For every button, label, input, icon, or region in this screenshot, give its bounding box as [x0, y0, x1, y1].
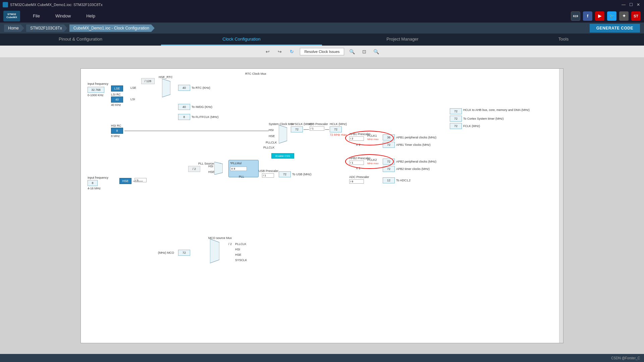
mco-value[interactable]: 72 [178, 250, 190, 256]
mco-div2-label: / 2 [228, 242, 232, 246]
hse-input-value[interactable]: 8 [88, 180, 98, 186]
clock-diagram[interactable]: RTC Clock Mux Input frequency 32.768 0-1… [80, 68, 564, 343]
menubar: STM32CubeMX File Window Help 619 f ▶ 🐦 ✦… [0, 9, 644, 23]
titlebar-title: STM32CubeMX CubeMX_Demo1.ioc: STM32F103C… [10, 3, 103, 7]
input-freq-top-range: 0-1000 KHz [88, 94, 104, 97]
tab-tools[interactable]: Tools [483, 34, 644, 46]
menu-window[interactable]: Window [53, 12, 73, 20]
flit-label: To FLITFCLK (MHz) [192, 115, 219, 119]
zoom-out-button[interactable]: 🔍 [372, 48, 380, 56]
tab-clock[interactable]: Clock Configuration [161, 34, 322, 46]
undo-button[interactable]: ↩ [264, 48, 272, 56]
pclk2-label: PCLK2 [367, 158, 377, 162]
maximize-button[interactable]: ☐ [628, 2, 634, 8]
ahb-hclk-line [325, 129, 329, 130]
lsi-rc-block[interactable]: 40 [111, 97, 123, 103]
ahb-prescaler-label: AHB Prescaler [308, 122, 328, 126]
apb1-prescaler-select[interactable]: / 2 [349, 136, 364, 141]
hse-line [133, 181, 143, 181]
input-freq-bot-label: Input frequency [88, 176, 108, 179]
hse-rtc-label: HSE_RTC [159, 75, 173, 79]
lsi-wire-label: LSI [130, 98, 135, 101]
usb-prescaler-label: USB Prescaler [259, 169, 278, 173]
adc-label: To ADC1,2 [396, 179, 411, 182]
twitter-icon[interactable]: 🐦 [607, 11, 616, 21]
youtube-icon[interactable]: ▶ [595, 11, 604, 21]
mco-label: (MHz) MCO [158, 251, 174, 254]
refresh-button[interactable]: ↻ [288, 48, 296, 56]
rtc-mux [162, 79, 170, 97]
st-logo[interactable]: ST [631, 11, 641, 21]
pll-mux [214, 162, 223, 175]
pll-mul-label: *PLLMul [230, 162, 260, 165]
input-freq-top-value[interactable]: 32.768 [88, 87, 104, 93]
cortex-label: To Cortex System timer (MHz) [463, 117, 504, 120]
cortex-value[interactable]: 72 [450, 116, 462, 122]
iwdg-out-value[interactable]: 40 [178, 104, 190, 110]
apb1-periph-value[interactable]: 36 [383, 134, 395, 140]
apb1-timer-value[interactable]: 72 [383, 142, 395, 148]
breadcrumb-active[interactable]: CubeMX_Demo1.ioc - Clock Configuration [69, 24, 155, 32]
lse-wire-label: LSE [130, 86, 136, 89]
div128-box[interactable]: / 128 [141, 78, 155, 84]
fclk-value[interactable]: 72 [450, 123, 462, 129]
apb2-prescaler-select[interactable]: / 1 [349, 161, 364, 165]
scrollbar-right[interactable] [559, 69, 563, 343]
hsi-rc-freq: 8 MHz [111, 134, 120, 138]
apb2-periph-value[interactable]: 72 [383, 159, 395, 165]
pll-div2-box[interactable]: / 2 [188, 166, 200, 172]
network-icon[interactable]: ✦ [619, 11, 629, 21]
lse-block[interactable]: LSE [111, 85, 123, 92]
input-freq-top-label: Input frequency [88, 82, 108, 85]
mco-hse-label: HSE [235, 253, 241, 256]
titlebar: STM32CubeMX CubeMX_Demo1.ioc: STM32F103C… [0, 0, 644, 9]
hse-block[interactable]: HSE [119, 178, 131, 184]
mco-mux [210, 239, 219, 263]
menu-help[interactable]: Help [84, 12, 98, 20]
pclk1-max-label: MHz max [367, 138, 379, 141]
adc-prescaler-label: ADC Prescaler [349, 175, 369, 179]
zoom-in-button[interactable]: 🔍 [348, 48, 356, 56]
x2-label: X 2 [356, 143, 361, 146]
mco-sysclk-label: SYSCLK [235, 258, 247, 262]
hclk-value[interactable]: 72 [330, 126, 342, 132]
adc-prescaler-select[interactable]: / 6 [349, 179, 364, 184]
close-button[interactable]: ✕ [635, 2, 641, 8]
hse-div1-select[interactable]: / 1 [135, 178, 147, 182]
mco-hsi-label: HSI [235, 248, 240, 251]
rtc-out-value[interactable]: 40 [178, 85, 190, 91]
ahb-prescaler-select[interactable]: / 1 [310, 126, 324, 131]
app-icon [3, 2, 8, 7]
hclk-ahb-value[interactable]: 72 [450, 108, 462, 114]
sysclk-ahb-line [304, 129, 309, 130]
menu-file[interactable]: File [30, 12, 43, 20]
enable-css-button[interactable]: Enable CSS [271, 153, 294, 159]
facebook-icon[interactable]: f [583, 11, 592, 21]
flit-out-value[interactable]: 8 [178, 114, 190, 120]
apb2-timer-label: APB2 timer clocks (MHz) [396, 167, 430, 171]
tab-project[interactable]: Project Manager [322, 34, 483, 46]
breadcrumb-bar: Home STM32F103C8Tx CubeMX_Demo1.ioc - Cl… [0, 23, 644, 34]
titlebar-controls[interactable]: — ☐ ✕ [621, 2, 641, 8]
usb-prescaler-select[interactable]: / 1 [262, 173, 274, 178]
usb-out-value[interactable]: 72 [279, 171, 291, 177]
breadcrumb-home[interactable]: Home [4, 24, 24, 32]
generate-code-button[interactable]: GENERATE CODE [590, 24, 640, 33]
tab-pinout[interactable]: Pinout & Configuration [0, 34, 161, 46]
redo-button[interactable]: ↪ [276, 48, 284, 56]
pll-mul-select[interactable]: X 9 [230, 167, 247, 171]
breadcrumb-chip[interactable]: STM32F103C8Tx [26, 24, 67, 32]
adc-value[interactable]: 12 [383, 177, 395, 183]
resolve-clock-issues-button[interactable]: Resolve Clock Issues [300, 48, 344, 55]
apb1-periph-label: APB1 peripheral clocks (MHz) [396, 136, 436, 139]
svg-marker-0 [162, 79, 170, 97]
iwdg-label: To IWDG (KHz) [192, 105, 212, 109]
apb2-timer-value[interactable]: 72 [383, 166, 395, 172]
pll-hse-label: HSE [208, 170, 215, 174]
version-badge: 619 [571, 11, 580, 21]
main-content: RTC Clock Mux Input frequency 32.768 0-1… [0, 58, 644, 354]
sysclk-value[interactable]: 72 [291, 126, 303, 132]
fit-button[interactable]: ⊡ [360, 48, 368, 56]
hsi-rc-block[interactable]: 8 [111, 128, 123, 134]
minimize-button[interactable]: — [621, 2, 627, 8]
